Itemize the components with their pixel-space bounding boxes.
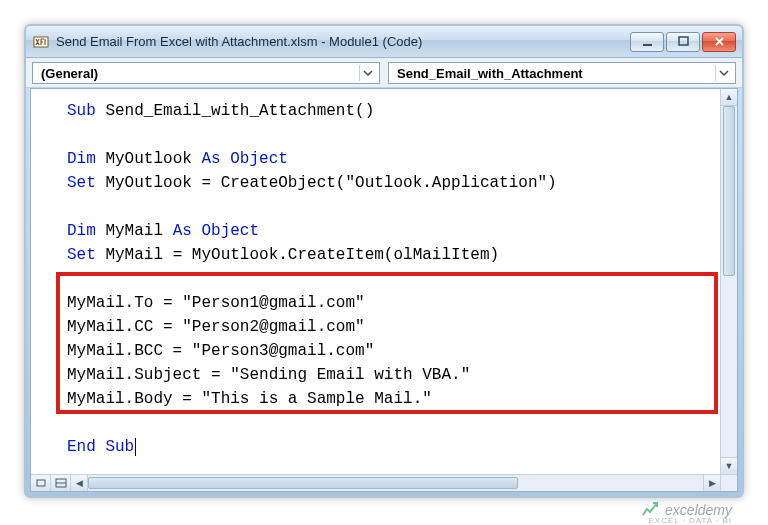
window-title: Send Email From Excel with Attachment.xl… [56,34,624,49]
dropdown-bar: (General) Send_Email_with_Attachment [26,58,742,88]
svg-rect-2 [679,37,688,45]
procedure-view-button[interactable] [31,475,51,491]
titlebar[interactable]: Send Email From Excel with Attachment.xl… [26,26,742,58]
procedure-dropdown-value: Send_Email_with_Attachment [397,66,583,81]
chevron-down-icon [715,65,731,81]
horizontal-scrollbar[interactable]: ◀ ▶ [31,474,720,491]
object-dropdown[interactable]: (General) [32,62,380,84]
code-editor[interactable]: Sub Send_Email_with_Attachment() Dim MyO… [31,89,720,474]
vertical-scroll-thumb[interactable] [723,106,735,276]
scroll-up-button[interactable]: ▲ [721,89,737,106]
text-cursor [135,438,136,456]
svg-rect-1 [643,44,652,46]
horizontal-scroll-thumb[interactable] [88,477,518,489]
vba-code-window: Send Email From Excel with Attachment.xl… [24,24,744,498]
vertical-scrollbar[interactable]: ▲ ▼ [720,89,737,474]
chevron-down-icon [359,65,375,81]
scroll-down-button[interactable]: ▼ [721,457,737,474]
scrollbar-corner [720,474,737,491]
scroll-right-button[interactable]: ▶ [703,475,720,491]
object-dropdown-value: (General) [41,66,98,81]
code-client-area: Sub Send_Email_with_Attachment() Dim MyO… [30,88,738,492]
scroll-left-button[interactable]: ◀ [71,475,88,491]
minimize-button[interactable] [630,32,664,52]
maximize-button[interactable] [666,32,700,52]
watermark: exceldemy EXCEL · DATA · BI [641,501,732,519]
window-controls [630,32,736,52]
procedure-dropdown[interactable]: Send_Email_with_Attachment [388,62,736,84]
svg-rect-3 [37,480,45,486]
vba-module-icon [32,33,50,51]
full-module-view-button[interactable] [51,475,71,491]
watermark-subtext: EXCEL · DATA · BI [648,516,732,525]
close-button[interactable] [702,32,736,52]
code-content: Sub Send_Email_with_Attachment() Dim MyO… [67,99,720,459]
